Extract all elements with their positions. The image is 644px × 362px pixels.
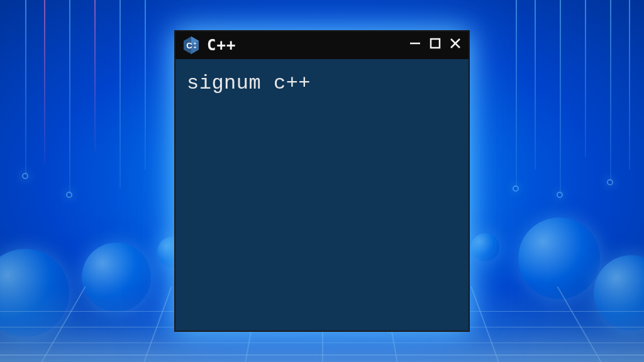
cpp-logo-icon: C + +	[182, 36, 201, 55]
svg-rect-7	[431, 39, 440, 48]
code-line: signum c++	[187, 72, 457, 95]
minimize-button[interactable]	[408, 38, 422, 53]
close-button[interactable]	[448, 37, 462, 53]
titlebar[interactable]: C + + C++	[175, 31, 469, 59]
maximize-button[interactable]	[428, 38, 442, 53]
window-title: C++	[207, 36, 236, 54]
terminal-window: C + + C++ signum c++	[174, 30, 470, 332]
svg-text:C: C	[186, 41, 192, 50]
svg-text:+: +	[194, 45, 196, 50]
terminal-content[interactable]: signum c++	[175, 59, 469, 331]
window-controls	[408, 37, 462, 53]
